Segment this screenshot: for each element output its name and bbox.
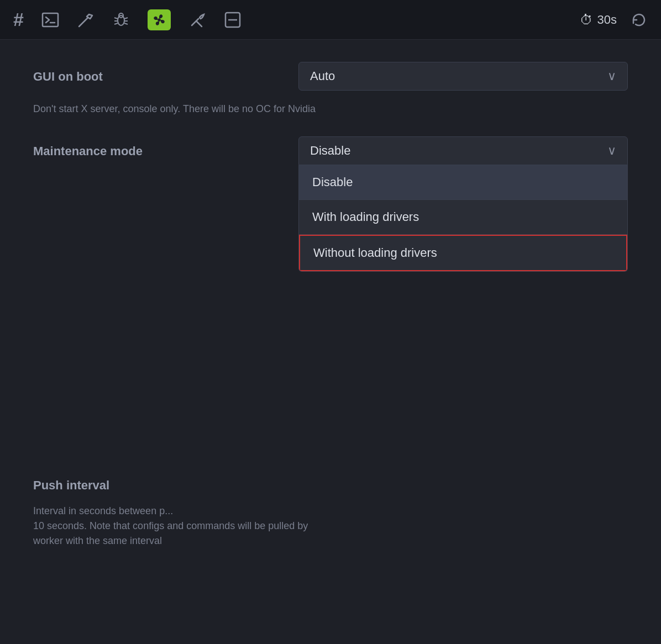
- timer-display: ⏱ 30s: [580, 12, 617, 28]
- maintenance-mode-block: Maintenance mode Disable ∨ Disable With …: [33, 136, 628, 272]
- hash-icon[interactable]: #: [13, 9, 24, 30]
- push-interval-row: Push interval: [33, 471, 628, 493]
- tools-icon[interactable]: [188, 11, 206, 29]
- gui-on-boot-label: GUI on boot: [33, 62, 298, 84]
- svg-line-10: [124, 23, 128, 24]
- gui-on-boot-row: GUI on boot Auto ∨: [33, 62, 628, 91]
- maintenance-mode-control: Disable ∨ Disable With loading drivers W…: [298, 136, 628, 272]
- svg-line-2: [79, 18, 88, 27]
- push-interval-label: Push interval: [33, 471, 298, 493]
- svg-line-7: [114, 23, 118, 24]
- svg-rect-0: [43, 13, 58, 27]
- gui-on-boot-value: Auto: [310, 69, 335, 83]
- menu-item-disable[interactable]: Disable: [299, 165, 627, 200]
- maintenance-mode-label: Maintenance mode: [33, 136, 298, 159]
- maintenance-mode-row: Maintenance mode Disable ∨ Disable With …: [33, 136, 628, 272]
- push-interval-block: Push interval Interval in seconds betwee…: [33, 471, 628, 548]
- maintenance-mode-value: Disable: [310, 144, 350, 158]
- gui-on-boot-dropdown[interactable]: Auto ∨: [298, 62, 628, 91]
- gui-on-boot-description: Don't start X server, console only. Ther…: [33, 102, 628, 117]
- toolbar: #: [0, 0, 661, 40]
- maintenance-mode-menu: Disable With loading drivers Without loa…: [298, 165, 628, 272]
- toolbar-right: ⏱ 30s: [580, 11, 648, 29]
- main-content: GUI on boot Auto ∨ Don't start X server,…: [0, 40, 661, 590]
- bug-icon[interactable]: [112, 11, 130, 29]
- terminal-icon[interactable]: [41, 11, 59, 29]
- gui-on-boot-control: Auto ∨: [298, 62, 628, 91]
- chevron-down-icon: ∨: [607, 144, 616, 158]
- minus-icon[interactable]: [224, 11, 242, 29]
- hammer-icon[interactable]: [77, 11, 95, 29]
- maintenance-mode-dropdown[interactable]: Disable ∨: [298, 136, 628, 165]
- svg-point-11: [158, 18, 161, 22]
- refresh-icon[interactable]: [630, 11, 648, 29]
- gui-on-boot-block: GUI on boot Auto ∨ Don't start X server,…: [33, 62, 628, 117]
- chevron-down-icon: ∨: [607, 69, 616, 83]
- menu-item-without-drivers[interactable]: Without loading drivers: [299, 235, 627, 271]
- timer-icon: ⏱: [580, 12, 593, 28]
- fan-icon[interactable]: [148, 9, 171, 30]
- svg-line-13: [196, 21, 202, 27]
- svg-line-5: [114, 18, 118, 19]
- push-interval-description: Interval in seconds between p... 10 seco…: [33, 504, 628, 548]
- timer-value: 30s: [597, 13, 617, 27]
- svg-line-8: [124, 18, 128, 19]
- menu-item-with-drivers[interactable]: With loading drivers: [299, 200, 627, 235]
